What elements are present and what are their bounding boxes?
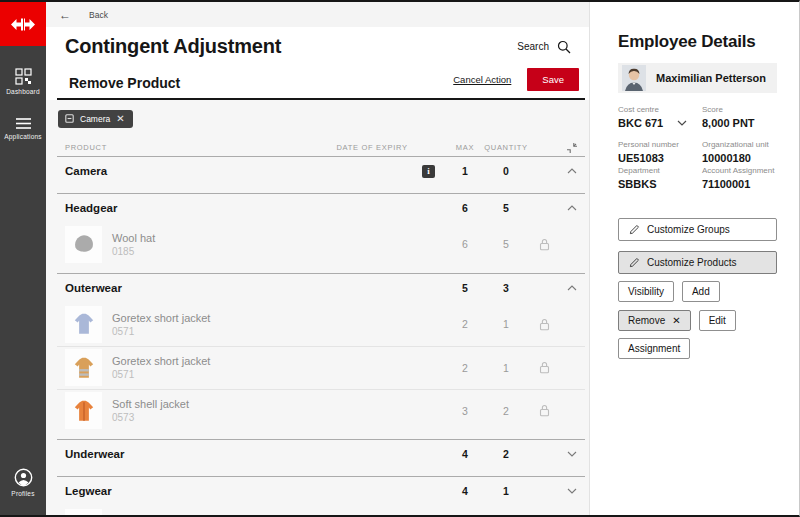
group-row[interactable]: Headgear 6 5 (57, 194, 585, 223)
chip-close-icon[interactable]: ✕ (116, 114, 124, 124)
employee-details-panel: Employee Details Maximilian Petterson Co… (589, 2, 799, 515)
chevron-up-icon[interactable] (559, 205, 585, 211)
sbb-arrows-icon (11, 18, 35, 31)
customize-products-button[interactable]: Customize Products (618, 251, 777, 274)
search-label: Search (517, 41, 549, 52)
edit-button[interactable]: Edit (699, 310, 736, 331)
item-quantity: 1 (483, 318, 529, 330)
item-quantity: 5 (483, 238, 529, 250)
item-quantity: 2 (483, 405, 529, 417)
item-max: 2 (447, 318, 483, 330)
cancel-action-link[interactable]: Cancel Action (453, 74, 511, 85)
product-row[interactable]: Wool hat 0185 6 5 (57, 223, 585, 266)
group-quantity: 2 (483, 448, 529, 460)
product-code: 0571 (112, 369, 210, 380)
field-cost-centre: Cost centre BKC 671 (618, 105, 702, 129)
product-thumbnail (65, 226, 102, 263)
search-icon (557, 40, 571, 54)
pencil-icon (629, 224, 640, 235)
item-max: 3 (447, 405, 483, 417)
sidebar-item-profiles[interactable]: Profiles (0, 468, 46, 497)
group-quantity: 3 (483, 282, 529, 294)
chevron-down-icon[interactable] (559, 451, 585, 457)
lock-icon (529, 318, 559, 331)
group-section-camera: Camera i 1 0 (57, 156, 585, 193)
customize-groups-button[interactable]: Customize Groups (618, 218, 777, 241)
group-section-underwear: Underwear 4 2 (57, 439, 585, 476)
chevron-up-icon[interactable] (559, 168, 585, 174)
menu-icon (15, 117, 32, 130)
collapse-all-icon[interactable] (559, 142, 585, 154)
product-row[interactable]: trousers 0188 4 1 (57, 506, 585, 516)
chevron-down-icon[interactable] (559, 488, 585, 494)
product-code: 0185 (112, 246, 155, 257)
page-title: Contingent Adjustment (65, 35, 281, 58)
lock-icon (529, 361, 559, 374)
column-product: PRODUCT (57, 143, 297, 152)
product-name: Soft shell jacket (112, 398, 189, 410)
group-name: Camera (57, 165, 297, 177)
avatar (622, 65, 646, 91)
info-icon[interactable]: i (422, 165, 435, 178)
column-quantity: QUANTITY (484, 143, 528, 152)
back-arrow-icon[interactable]: ← (59, 8, 71, 22)
search-control[interactable]: Search (517, 40, 571, 54)
group-max: 6 (447, 202, 483, 214)
group-name: Underwear (57, 448, 297, 460)
group-max: 1 (447, 165, 483, 177)
visibility-button[interactable]: Visibility (618, 281, 674, 302)
back-link[interactable]: Back (89, 10, 108, 20)
category-icon (65, 114, 74, 123)
group-row[interactable]: Legwear 4 1 (57, 477, 585, 506)
group-section-headgear: Headgear 6 5 Wool hat (57, 193, 585, 273)
filter-chip-label: Camera (80, 114, 110, 124)
group-row[interactable]: Camera i 1 0 (57, 157, 585, 186)
sidebar: Dashboard Applications Profiles (0, 2, 46, 515)
app-window: Dashboard Applications Profiles ← Back (0, 0, 800, 517)
group-row[interactable]: Outerwear 5 3 (57, 274, 585, 303)
lock-icon (529, 238, 559, 251)
group-max: 4 (447, 485, 483, 497)
lock-icon (529, 404, 559, 417)
title-row: Contingent Adjustment Search (46, 27, 589, 64)
employee-name: Maximilian Petterson (656, 72, 766, 84)
sidebar-item-dashboard[interactable]: Dashboard (0, 68, 46, 95)
product-code: 0571 (112, 326, 210, 337)
field-score: Score 8,000 PNT (702, 105, 777, 129)
product-name: Goretex short jacket (112, 312, 210, 324)
dashboard-grid-icon (15, 68, 32, 85)
product-thumbnail (65, 349, 102, 386)
employee-fields: Cost centre BKC 671 Score 8,000 PNT Pers… (618, 105, 777, 201)
chevron-up-icon[interactable] (559, 285, 585, 291)
assignment-button[interactable]: Assignment (618, 338, 690, 359)
save-button[interactable]: Save (527, 68, 579, 91)
group-max: 4 (447, 448, 483, 460)
group-quantity: 5 (483, 202, 529, 214)
employee-card[interactable]: Maximilian Petterson (618, 63, 777, 93)
sidebar-item-label: Applications (4, 133, 41, 140)
item-max: 2 (447, 362, 483, 374)
sidebar-item-label: Dashboard (6, 88, 40, 95)
item-quantity: 1 (483, 362, 529, 374)
product-row[interactable]: Soft shell jacket 0573 3 2 (57, 389, 585, 432)
sidebar-item-applications[interactable]: Applications (0, 117, 46, 140)
group-row[interactable]: Underwear 4 2 (57, 440, 585, 469)
pencil-icon (629, 257, 640, 268)
remove-button[interactable]: Remove ✕ (618, 310, 691, 331)
filter-chip-camera[interactable]: Camera ✕ (58, 110, 133, 128)
product-row[interactable]: Goretex short jacket 0571 2 1 (57, 303, 585, 346)
table-header: PRODUCT DATE OF EXPIRY MAX QUANTITY (57, 140, 585, 156)
sbb-logo[interactable] (0, 2, 46, 46)
product-table-area: Camera ✕ PRODUCT DATE OF EXPIRY MAX QUAN… (46, 100, 589, 515)
chevron-down-icon[interactable] (677, 120, 687, 126)
field-personal-number: Personal number UE51083 (618, 140, 702, 164)
group-section-outerwear: Outerwear 5 3 Goretex sho (57, 273, 585, 439)
column-expiry: DATE OF EXPIRY (336, 143, 407, 152)
add-button[interactable]: Add (682, 281, 720, 302)
product-thumbnail (65, 392, 102, 429)
group-name: Headgear (57, 202, 297, 214)
back-bar: ← Back (46, 2, 589, 27)
product-row[interactable]: Goretex short jacket 0571 2 1 (57, 346, 585, 389)
group-quantity: 1 (483, 485, 529, 497)
field-organizational-unit: Organizational unit 10000180 (702, 140, 777, 164)
